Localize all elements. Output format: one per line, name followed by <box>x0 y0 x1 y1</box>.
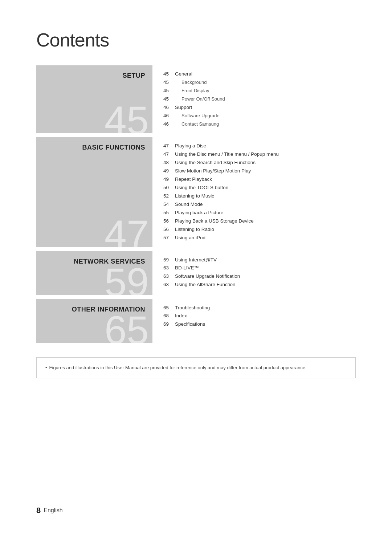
list-item: 45Power On/Off Sound <box>163 95 356 103</box>
item-label: Specifications <box>175 321 356 328</box>
list-item: 49Slow Motion Play/Step Motion Play <box>163 167 356 175</box>
list-item: 68Index <box>163 312 356 320</box>
item-page-number: 57 <box>163 234 175 242</box>
item-page-number: 56 <box>163 226 175 233</box>
item-label: Playing a Disc <box>175 142 356 150</box>
list-item: 55Playing back a Picture <box>163 209 356 217</box>
list-item: 50Using the TOOLS button <box>163 184 356 192</box>
section-number-setup: 45 <box>105 100 149 133</box>
section-row-other-information: OTHER INFORMATION6565Troubleshooting68In… <box>36 299 356 343</box>
list-item: 57Using an iPod <box>163 234 356 242</box>
item-label: Front Display <box>175 87 356 95</box>
item-page-number: 69 <box>163 321 175 328</box>
item-page-number: 45 <box>163 87 175 95</box>
item-page-number: 50 <box>163 184 175 192</box>
item-page-number: 47 <box>163 151 175 158</box>
page-title: Contents <box>36 29 356 51</box>
section-row-setup: SETUP4545General45Background45Front Disp… <box>36 65 356 133</box>
section-label-network-services: NETWORK SERVICES59 <box>36 251 152 295</box>
section-items-basic-functions: 47Playing a Disc47Using the Disc menu / … <box>152 137 356 247</box>
item-page-number: 47 <box>163 142 175 150</box>
item-label: Listening to Radio <box>175 226 356 233</box>
section-row-basic-functions: BASIC FUNCTIONS4747Playing a Disc47Using… <box>36 137 356 247</box>
note-bullet: • <box>45 365 47 370</box>
section-title-basic-functions: BASIC FUNCTIONS <box>82 144 146 151</box>
list-item: 47Using the Disc menu / Title menu / Pop… <box>163 151 356 158</box>
item-label: Using an iPod <box>175 234 356 242</box>
list-item: 59Using Internet@TV <box>163 256 356 264</box>
item-page-number: 46 <box>163 121 175 128</box>
note-box: •Figures and illustrations in this User … <box>36 357 356 379</box>
list-item: 56Listening to Radio <box>163 226 356 233</box>
item-label: Background <box>175 79 356 86</box>
item-label: Software Upgrade Notification <box>175 273 356 280</box>
item-page-number: 45 <box>163 95 175 103</box>
item-page-number: 45 <box>163 79 175 86</box>
footer: 8 English <box>36 506 63 515</box>
item-label: Software Upgrade <box>175 112 356 120</box>
list-item: 48Using the Search and Skip Functions <box>163 159 356 167</box>
item-label: Using the Disc menu / Title menu / Popup… <box>175 151 356 158</box>
item-page-number: 68 <box>163 312 175 320</box>
item-page-number: 46 <box>163 112 175 120</box>
item-label: Repeat Playback <box>175 176 356 183</box>
item-page-number: 46 <box>163 104 175 111</box>
item-label: Sound Mode <box>175 201 356 208</box>
section-title-setup: SETUP <box>122 72 145 80</box>
list-item: 49Repeat Playback <box>163 176 356 183</box>
footer-page-number: 8 <box>36 506 41 515</box>
item-label: Using the Search and Skip Functions <box>175 159 356 167</box>
list-item: 56Playing Back a USB Storage Device <box>163 217 356 225</box>
section-label-other-information: OTHER INFORMATION65 <box>36 299 152 343</box>
item-page-number: 56 <box>163 217 175 225</box>
item-label: Playing Back a USB Storage Device <box>175 217 356 225</box>
item-label: Troubleshooting <box>175 304 356 312</box>
item-page-number: 48 <box>163 159 175 167</box>
list-item: 52Listening to Music <box>163 192 356 200</box>
note-text: Figures and illustrations in this User M… <box>49 365 307 370</box>
list-item: 63BD-LIVE™ <box>163 264 356 272</box>
item-page-number: 49 <box>163 167 175 175</box>
item-page-number: 59 <box>163 256 175 264</box>
list-item: 46Contact Samsung <box>163 121 356 128</box>
footer-language: English <box>44 507 62 514</box>
list-item: 63Software Upgrade Notification <box>163 273 356 280</box>
item-label: Using Internet@TV <box>175 256 356 264</box>
item-label: Playing back a Picture <box>175 209 356 217</box>
section-items-other-information: 65Troubleshooting68Index69Specifications <box>152 299 356 343</box>
section-items-setup: 45General45Background45Front Display45Po… <box>152 65 356 133</box>
item-label: Support <box>175 104 356 111</box>
section-label-setup: SETUP45 <box>36 65 152 133</box>
item-label: Index <box>175 312 356 320</box>
item-page-number: 63 <box>163 281 175 289</box>
item-page-number: 65 <box>163 304 175 312</box>
list-item: 45General <box>163 70 356 78</box>
item-label: Listening to Music <box>175 192 356 200</box>
item-page-number: 63 <box>163 264 175 272</box>
list-item: 46Support <box>163 104 356 111</box>
item-label: Power On/Off Sound <box>175 95 356 103</box>
section-row-network-services: NETWORK SERVICES5959Using Internet@TV63B… <box>36 251 356 295</box>
item-page-number: 49 <box>163 176 175 183</box>
item-label: Using the AllShare Function <box>175 281 356 289</box>
sections-container: SETUP4545General45Background45Front Disp… <box>36 65 356 343</box>
item-label: General <box>175 70 356 78</box>
section-title-network-services: NETWORK SERVICES <box>74 258 145 265</box>
item-label: BD-LIVE™ <box>175 264 356 272</box>
item-page-number: 45 <box>163 70 175 78</box>
item-label: Slow Motion Play/Step Motion Play <box>175 167 356 175</box>
section-number-network-services: 59 <box>105 262 149 295</box>
item-label: Using the TOOLS button <box>175 184 356 192</box>
list-item: 65Troubleshooting <box>163 304 356 312</box>
section-title-other-information: OTHER INFORMATION <box>72 306 145 313</box>
item-page-number: 55 <box>163 209 175 217</box>
list-item: 47Playing a Disc <box>163 142 356 150</box>
list-item: 45Background <box>163 79 356 86</box>
item-page-number: 63 <box>163 273 175 280</box>
section-items-network-services: 59Using Internet@TV63BD-LIVE™63Software … <box>152 251 356 295</box>
section-number-other-information: 65 <box>105 310 149 343</box>
item-page-number: 54 <box>163 201 175 208</box>
item-label: Contact Samsung <box>175 121 356 128</box>
list-item: 69Specifications <box>163 321 356 328</box>
section-label-basic-functions: BASIC FUNCTIONS47 <box>36 137 152 247</box>
